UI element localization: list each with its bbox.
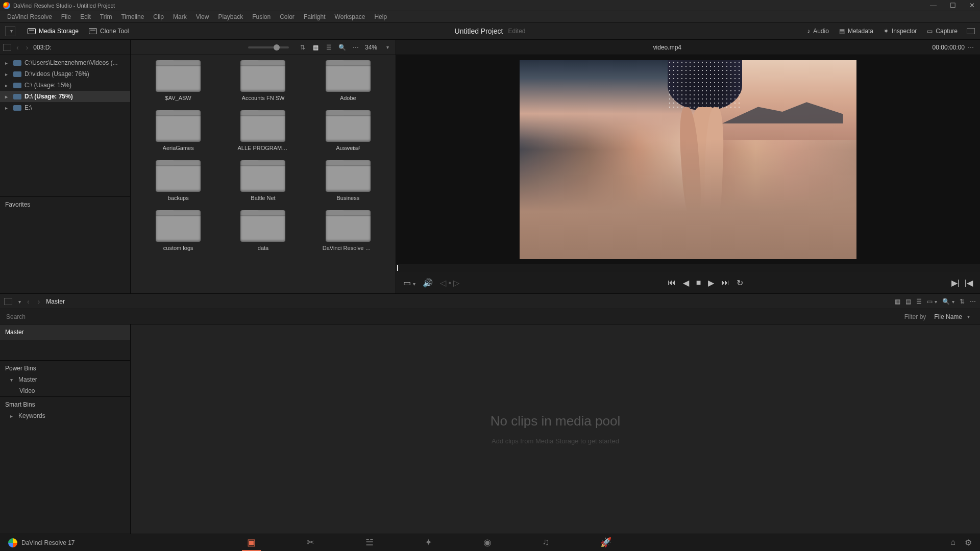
folder-item[interactable]: AeriaGames (141, 110, 215, 151)
sidebar-toggle-icon[interactable] (3, 44, 11, 51)
menu-fusion[interactable]: Fusion (248, 12, 275, 21)
menu-davinci[interactable]: DaVinci Resolve (3, 12, 56, 21)
folder-item[interactable]: backups (141, 160, 215, 201)
menu-edit[interactable]: Edit (76, 12, 95, 21)
menu-view[interactable]: View (192, 12, 213, 21)
menu-trim[interactable]: Trim (96, 12, 116, 21)
drive-row[interactable]: ▸C:\Users\Lizenznehmer\Videos (... (0, 57, 130, 68)
media-pool-empty[interactable]: No clips in media pool Add clips from Me… (131, 324, 980, 534)
settings-button[interactable]: ⚙ (965, 538, 972, 547)
menu-workspace[interactable]: Workspace (331, 12, 370, 21)
transport-controls: ▭ 🔊 ◁ • ▷ ⏮ ◀ ■ ▶ ⏭ ↻ ▶| |◀ (396, 272, 980, 293)
viewer-canvas[interactable] (396, 55, 980, 264)
pool-sort-button[interactable]: ⇅ (960, 298, 965, 305)
menu-playback[interactable]: Playback (214, 12, 247, 21)
bin-row-keywords[interactable]: ▸Keywords (0, 410, 130, 421)
folder-grid[interactable]: $AV_ASW Accounts FN SW Adobe AeriaGames … (131, 55, 396, 293)
capture-panel-toggle[interactable]: ▭ Capture (922, 26, 963, 37)
filter-select[interactable]: File Name (930, 312, 974, 321)
smart-bins-header: Smart Bins (0, 396, 130, 410)
pool-view-options[interactable]: ▭ (927, 298, 937, 305)
home-button[interactable]: ⌂ (950, 538, 955, 547)
menu-mark[interactable]: Mark (169, 12, 191, 21)
in-point-button[interactable]: ▶| (951, 278, 960, 288)
bin-row-master[interactable]: ▾Master (0, 374, 130, 385)
drive-row[interactable]: ▸C:\ (Usage: 15%) (0, 80, 130, 91)
drive-row[interactable]: ▸D:\ (Usage: 75%) (0, 91, 130, 102)
nav-back-button[interactable]: ‹ (14, 43, 21, 52)
drive-icon (13, 94, 21, 99)
pool-nav-forward[interactable]: › (36, 297, 42, 306)
search-input[interactable] (6, 313, 899, 320)
stop-button[interactable]: ■ (696, 278, 701, 287)
folder-item[interactable]: Adobe (311, 60, 385, 101)
page-color[interactable]: ◉ (478, 535, 497, 551)
thumbnail-size-slider[interactable] (248, 46, 289, 48)
more-options-button[interactable]: ⋯ (352, 44, 360, 51)
page-cut[interactable]: ✂ (302, 535, 320, 551)
page-fusion[interactable]: ✦ (420, 535, 437, 551)
metadata-panel-toggle[interactable]: ▤ Metadata (834, 26, 878, 37)
folder-item[interactable]: custom logs (141, 210, 215, 251)
match-frame-button[interactable]: ▭ (403, 278, 415, 288)
pool-nav-back[interactable]: ‹ (25, 297, 32, 306)
menu-help[interactable]: Help (370, 12, 391, 21)
zoom-dropdown[interactable] (382, 44, 390, 51)
list-view-button[interactable]: ☰ (325, 44, 333, 51)
layout-dropdown[interactable] (5, 26, 15, 36)
drive-row[interactable]: ▸E:\ (0, 102, 130, 113)
mute-button[interactable]: 🔊 (423, 278, 433, 288)
playhead[interactable] (397, 265, 398, 271)
pool-thumbnail-view-button[interactable]: ▦ (895, 298, 900, 305)
menu-fairlight[interactable]: Fairlight (300, 12, 330, 21)
audio-panel-toggle[interactable]: ♪ Audio (802, 26, 834, 37)
nav-forward-button[interactable]: › (24, 43, 31, 52)
grid-view-button[interactable]: ▦ (312, 44, 320, 51)
media-storage-toggle[interactable]: Media Storage (22, 26, 84, 37)
pool-layout-dropdown[interactable] (16, 298, 21, 305)
pool-search-button[interactable]: 🔍 (942, 298, 954, 305)
menu-file[interactable]: File (57, 12, 75, 21)
marker-prev-button[interactable]: ◁ • ▷ (440, 278, 460, 288)
page-fairlight[interactable]: ♫ (537, 535, 555, 551)
inspector-panel-toggle[interactable]: ✶ Inspector (878, 26, 922, 37)
folder-label: ALLE PROGRAMME (237, 145, 288, 151)
menu-color[interactable]: Color (276, 12, 299, 21)
viewer-scrubber[interactable] (396, 264, 980, 272)
menu-clip[interactable]: Clip (149, 12, 168, 21)
page-deliver[interactable]: 🚀 (595, 535, 617, 551)
play-button[interactable]: ▶ (708, 278, 714, 288)
clone-tool-toggle[interactable]: Clone Tool (84, 26, 134, 37)
folder-item[interactable]: DaVinci Resolve Wor... (311, 210, 385, 251)
out-point-button[interactable]: |◀ (965, 278, 973, 288)
bin-master[interactable]: Master (0, 324, 130, 340)
page-media[interactable]: ▣ (242, 535, 261, 551)
expand-button[interactable] (967, 28, 975, 34)
folder-item[interactable]: Ausweis# (311, 110, 385, 151)
search-button[interactable]: 🔍 (338, 44, 347, 51)
pool-list-view-button[interactable]: ☰ (916, 298, 922, 305)
viewer-options-button[interactable]: ⋯ (968, 44, 974, 51)
pool-more-button[interactable]: ⋯ (970, 298, 976, 305)
page-edit[interactable]: ☱ (360, 535, 379, 551)
pool-sidebar-toggle[interactable] (4, 298, 12, 305)
minimize-button[interactable]: — (928, 2, 939, 9)
folder-item[interactable]: Business (311, 160, 385, 201)
go-start-button[interactable]: ⏮ (668, 278, 676, 287)
loop-button[interactable]: ↻ (737, 278, 743, 288)
folder-item[interactable]: ALLE PROGRAMME (226, 110, 300, 151)
menu-timeline[interactable]: Timeline (117, 12, 148, 21)
sort-button[interactable]: ⇅ (299, 44, 307, 51)
folder-item[interactable]: data (226, 210, 300, 251)
bin-row-video[interactable]: Video (0, 385, 130, 396)
drive-row[interactable]: ▸D:\videos (Usage: 76%) (0, 68, 130, 80)
step-back-button[interactable]: ◀ (683, 278, 689, 288)
folder-item[interactable]: $AV_ASW (141, 60, 215, 101)
pool-breadcrumb[interactable]: Master (46, 298, 65, 305)
go-end-button[interactable]: ⏭ (721, 278, 729, 287)
folder-item[interactable]: Accounts FN SW (226, 60, 300, 101)
maximize-button[interactable]: ☐ (948, 2, 958, 9)
pool-strip-view-button[interactable]: ▤ (905, 298, 911, 305)
folder-item[interactable]: Battle Net (226, 160, 300, 201)
close-button[interactable]: ✕ (967, 2, 977, 9)
